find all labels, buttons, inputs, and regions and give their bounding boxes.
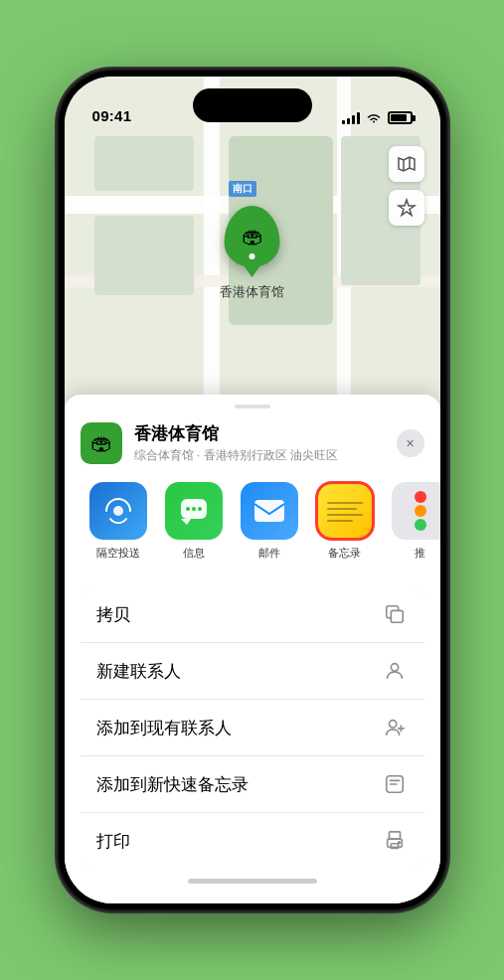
close-button[interactable]: × <box>397 429 424 457</box>
copy-icon <box>381 600 409 628</box>
action-list: 拷贝 新建联系人 <box>81 586 424 869</box>
pin-label: 香港体育馆 <box>220 283 284 301</box>
map-controls <box>389 146 424 234</box>
svg-point-2 <box>186 507 190 511</box>
mail-label: 邮件 <box>258 546 280 561</box>
svg-point-3 <box>192 507 196 511</box>
action-add-existing-label: 添加到现有联系人 <box>96 717 232 739</box>
more-label: 推 <box>415 546 425 561</box>
map-block <box>94 136 194 191</box>
airdrop-label: 隔空投送 <box>96 546 140 561</box>
venue-icon: 🏟 <box>81 422 122 464</box>
phone-frame: 南口 🏟 <box>59 71 446 909</box>
svg-rect-12 <box>391 844 398 849</box>
location-button[interactable] <box>389 190 424 226</box>
notes-lines <box>327 502 363 522</box>
dynamic-island <box>193 88 312 122</box>
more-icon[interactable] <box>392 482 440 540</box>
venue-name: 香港体育馆 <box>134 422 385 445</box>
airdrop-icon[interactable] <box>89 482 147 540</box>
action-add-notes[interactable]: 添加到新快速备忘录 <box>81 755 424 812</box>
wifi-icon <box>366 112 382 124</box>
map-type-button[interactable] <box>389 146 424 182</box>
mail-icon[interactable] <box>241 482 298 540</box>
svg-point-8 <box>389 721 396 728</box>
action-print[interactable]: 打印 <box>81 812 424 869</box>
color-dots <box>415 491 426 531</box>
share-item-airdrop[interactable]: 隔空投送 <box>81 482 156 561</box>
sheet-header: 🏟 香港体育馆 综合体育馆 · 香港特别行政区 油尖旺区 × <box>65 408 440 474</box>
status-time: 09:41 <box>92 107 132 124</box>
notes-label: 备忘录 <box>328 546 361 561</box>
phone-screen: 南口 🏟 <box>65 77 440 903</box>
status-icons <box>342 111 413 124</box>
pin-icon: 🏟 <box>225 206 280 267</box>
share-row: 隔空投送 信息 <box>65 474 440 576</box>
action-copy[interactable]: 拷贝 <box>81 586 424 642</box>
share-item-notes[interactable]: 备忘录 <box>307 482 383 561</box>
map-label: 南口 <box>229 181 256 197</box>
location-pin: 🏟 香港体育馆 <box>220 206 284 301</box>
venue-desc: 综合体育馆 · 香港特别行政区 油尖旺区 <box>134 447 385 464</box>
print-icon <box>381 827 409 855</box>
share-item-more[interactable]: 推 <box>383 482 440 561</box>
person-icon <box>381 657 409 685</box>
action-add-notes-label: 添加到新快速备忘录 <box>96 773 249 796</box>
signal-icon <box>342 112 360 124</box>
svg-rect-6 <box>391 610 403 622</box>
person-add-icon <box>381 714 409 741</box>
battery-icon <box>388 111 413 124</box>
svg-rect-5 <box>254 500 284 522</box>
notes-icon[interactable] <box>316 482 374 540</box>
share-item-messages[interactable]: 信息 <box>156 482 232 561</box>
action-new-contact-label: 新建联系人 <box>96 660 181 683</box>
messages-icon[interactable] <box>165 482 223 540</box>
messages-label: 信息 <box>183 546 205 561</box>
home-indicator <box>188 879 317 884</box>
action-copy-label: 拷贝 <box>96 603 130 626</box>
bottom-sheet: 🏟 香港体育馆 综合体育馆 · 香港特别行政区 油尖旺区 × <box>65 395 440 903</box>
pin-dot <box>250 253 255 259</box>
pin-stadium-icon: 🏟 <box>242 224 263 249</box>
action-print-label: 打印 <box>96 830 130 853</box>
svg-point-4 <box>198 507 202 511</box>
notes-add-icon <box>381 770 409 798</box>
map-label-box: 南口 <box>229 181 256 197</box>
share-item-mail[interactable]: 邮件 <box>232 482 307 561</box>
action-new-contact[interactable]: 新建联系人 <box>81 642 424 699</box>
svg-rect-10 <box>389 832 400 839</box>
venue-info: 香港体育馆 综合体育馆 · 香港特别行政区 油尖旺区 <box>134 422 385 464</box>
svg-point-13 <box>398 842 400 844</box>
action-add-existing[interactable]: 添加到现有联系人 <box>81 699 424 755</box>
svg-point-7 <box>391 664 398 671</box>
svg-point-0 <box>113 506 123 516</box>
map-block <box>94 216 194 295</box>
